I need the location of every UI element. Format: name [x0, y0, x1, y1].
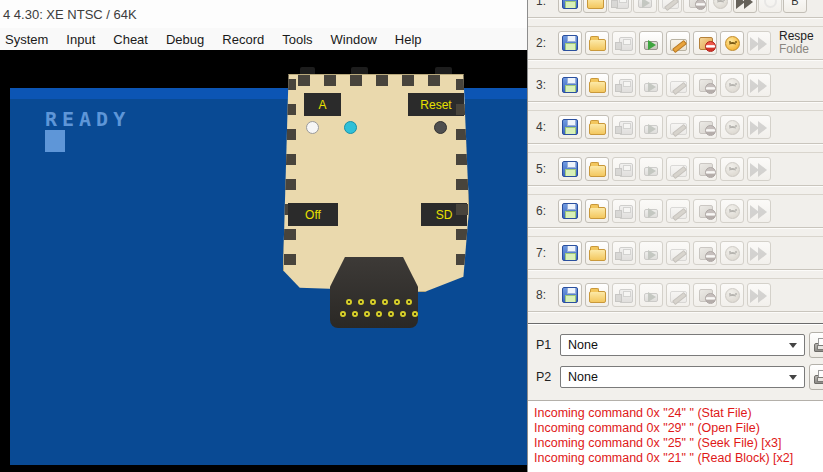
printer-select-p2[interactable]: None — [560, 366, 805, 388]
drive-row-8: 8: — [528, 278, 823, 312]
mounted-image-path: Folde — [779, 43, 814, 56]
edit-disk-button[interactable] — [658, 0, 682, 13]
mount-folder-button[interactable] — [585, 73, 609, 97]
mount-disk-image-button[interactable] — [639, 241, 663, 265]
printer-output-button[interactable] — [809, 364, 823, 390]
mount-folder-button[interactable] — [585, 157, 609, 181]
edit-disk-button[interactable] — [666, 199, 690, 223]
extra-toggle-button[interactable] — [758, 0, 782, 13]
smiley-toggle-button[interactable] — [720, 283, 744, 307]
remove-image-button[interactable] — [693, 157, 717, 181]
save-disk-button[interactable] — [558, 199, 582, 223]
unmount-icon — [699, 247, 713, 260]
smiley-toggle-button[interactable] — [720, 73, 744, 97]
mount-icon — [644, 41, 658, 50]
sio-pin-icon — [400, 311, 406, 317]
mount-folder-button[interactable] — [585, 199, 609, 223]
save-disk-button[interactable] — [558, 0, 582, 13]
text-cursor — [45, 130, 65, 152]
remove-image-button[interactable] — [693, 241, 717, 265]
mount-disk-image-button[interactable] — [639, 115, 663, 139]
speed-button[interactable] — [747, 115, 771, 139]
chevron-down-icon — [789, 343, 797, 348]
save-disk-button[interactable] — [558, 73, 582, 97]
smiley-toggle-button[interactable] — [720, 199, 744, 223]
mount-disk-image-button[interactable] — [639, 199, 663, 223]
mount-disk-image-button[interactable] — [639, 157, 663, 181]
remove-image-button[interactable] — [693, 31, 717, 55]
speed-button[interactable] — [733, 0, 757, 13]
mount-folder-button[interactable] — [583, 0, 607, 13]
eject-button[interactable] — [612, 283, 636, 307]
device-button-off[interactable]: Off — [288, 203, 338, 226]
speed-icon — [750, 79, 768, 93]
folder-icon — [589, 39, 606, 51]
sio-pin-icon — [406, 299, 412, 305]
edit-disk-button[interactable] — [666, 115, 690, 139]
mount-disk-image-button[interactable] — [639, 31, 663, 55]
edit-disk-button[interactable] — [666, 241, 690, 265]
smiley-toggle-button[interactable] — [708, 0, 732, 13]
save-disk-button[interactable] — [558, 283, 582, 307]
remove-image-button[interactable] — [683, 0, 707, 13]
smiley-toggle-button[interactable] — [720, 115, 744, 139]
device-button-sd[interactable]: SD — [421, 203, 467, 226]
menu-item-tools[interactable]: Tools — [272, 30, 322, 49]
menu-item-input[interactable]: Input — [56, 30, 105, 49]
speed-button[interactable] — [747, 283, 771, 307]
drive-row-label: 1: — [536, 0, 558, 8]
unmount-icon — [699, 37, 713, 50]
eject-button[interactable] — [612, 73, 636, 97]
save-disk-button[interactable] — [558, 241, 582, 265]
eject-button[interactable] — [612, 241, 636, 265]
mount-folder-button[interactable] — [585, 241, 609, 265]
remove-image-button[interactable] — [693, 115, 717, 139]
remove-image-button[interactable] — [693, 199, 717, 223]
save-disk-button[interactable] — [558, 115, 582, 139]
smiley-toggle-button[interactable] — [720, 241, 744, 265]
menu-item-window[interactable]: Window — [321, 30, 387, 49]
unmount-icon — [699, 79, 713, 92]
folder-icon — [589, 123, 606, 135]
boot-option-label: B — [791, 0, 798, 7]
save-icon — [562, 245, 578, 261]
speed-button[interactable] — [747, 199, 771, 223]
boot-option-button[interactable]: B — [783, 0, 807, 13]
menu-item-help[interactable]: Help — [385, 30, 432, 49]
eject-button[interactable] — [612, 157, 636, 181]
device-button-reset[interactable]: Reset — [408, 93, 464, 116]
eject-button[interactable] — [612, 31, 636, 55]
menu-item-system[interactable]: System — [0, 30, 58, 49]
mount-disk-image-button[interactable] — [639, 73, 663, 97]
mount-disk-image-button[interactable] — [633, 0, 657, 13]
remove-image-button[interactable] — [693, 283, 717, 307]
eject-button[interactable] — [612, 199, 636, 223]
printer-select-p1[interactable]: None — [560, 334, 805, 356]
save-disk-button[interactable] — [558, 31, 582, 55]
speed-button[interactable] — [747, 241, 771, 265]
device-button-a[interactable]: A — [304, 93, 341, 116]
mount-folder-button[interactable] — [585, 31, 609, 55]
menu-item-cheat[interactable]: Cheat — [103, 30, 158, 49]
edit-disk-button[interactable] — [666, 157, 690, 181]
edit-disk-button[interactable] — [666, 73, 690, 97]
window-title: 4 4.30: XE NTSC / 64K — [3, 7, 137, 22]
speed-button[interactable] — [747, 157, 771, 181]
smiley-toggle-button[interactable] — [720, 157, 744, 181]
mount-folder-button[interactable] — [585, 283, 609, 307]
save-disk-button[interactable] — [558, 157, 582, 181]
menu-item-record[interactable]: Record — [212, 30, 274, 49]
printer-output-button[interactable] — [809, 332, 823, 358]
menu-item-debug[interactable]: Debug — [156, 30, 214, 49]
printer-row-p2: P2None — [528, 364, 823, 390]
mount-disk-image-button[interactable] — [639, 283, 663, 307]
speed-button[interactable] — [747, 31, 771, 55]
speed-button[interactable] — [747, 73, 771, 97]
smiley-toggle-button[interactable] — [720, 31, 744, 55]
mount-folder-button[interactable] — [585, 115, 609, 139]
edit-disk-button[interactable] — [666, 31, 690, 55]
eject-button[interactable] — [608, 0, 632, 13]
edit-disk-button[interactable] — [666, 283, 690, 307]
remove-image-button[interactable] — [693, 73, 717, 97]
eject-button[interactable] — [612, 115, 636, 139]
